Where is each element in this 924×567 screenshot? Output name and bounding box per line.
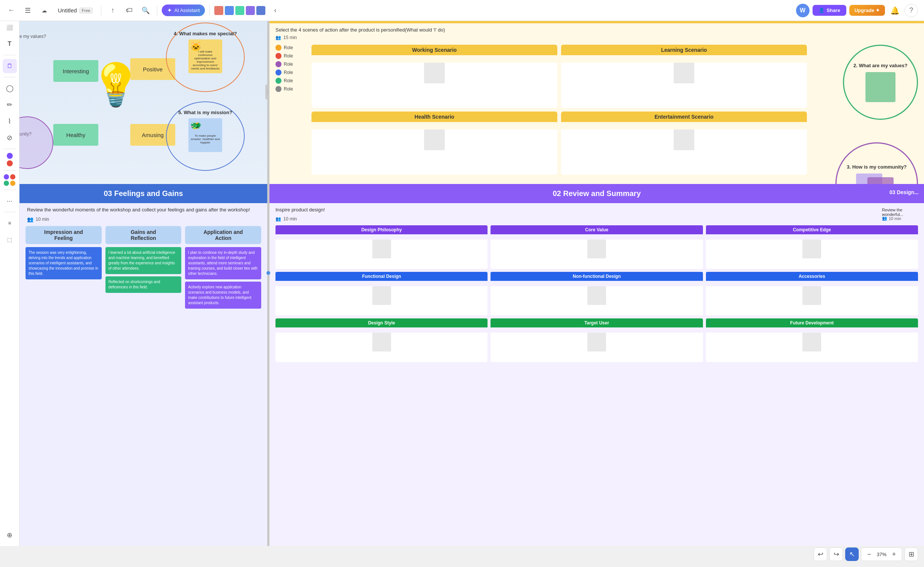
left-top-section[interactable]: e my values? unity? Interesting Positive…	[20, 0, 267, 184]
review-card-design-style[interactable]: Design Style	[275, 318, 488, 362]
tool-shapes[interactable]: ◯	[3, 81, 17, 95]
review-card-competitive-edge[interactable]: Competitive Edge	[706, 225, 918, 269]
health-scenario-body[interactable]	[312, 130, 557, 175]
learning-scenario-body[interactable]	[561, 63, 807, 108]
map-button[interactable]: ⊞	[904, 547, 918, 561]
core-value-note	[587, 240, 606, 258]
competitive-edge-body[interactable]	[706, 240, 918, 269]
accessories-body[interactable]	[706, 286, 918, 315]
main-content: ↖ ⬜ T 🗒 ◯ ✏ ⌇ ⊘ ··· ≡ ⬚ ⊕	[0, 0, 924, 546]
future-development-body[interactable]	[706, 333, 918, 362]
chevron-left-button[interactable]: ‹	[268, 4, 282, 17]
design-style-body[interactable]	[275, 333, 488, 362]
zoom-in-button[interactable]: +	[889, 549, 899, 559]
role-label-6: Role	[284, 86, 293, 92]
review-participant-icon: 👥	[275, 216, 281, 222]
export-button[interactable]: ↑	[106, 4, 119, 17]
upgrade-button[interactable]: Upgrade ✦	[849, 5, 885, 16]
color-swatch-purple[interactable]	[7, 153, 13, 159]
tag-button[interactable]: 🏷	[122, 4, 136, 17]
gains-note-2[interactable]: Reflected on shortcomings and deficienci…	[105, 276, 182, 293]
application-note-2[interactable]: Actively explore new application scenari…	[185, 282, 261, 309]
working-scenario-body[interactable]	[312, 63, 557, 108]
target-user-note	[587, 333, 606, 351]
right-top-section: Select the 4 scenes of action after the …	[269, 19, 924, 184]
color-palette-pills	[214, 6, 265, 15]
mission-sticky-note[interactable]: 🐲 To make people smarter, healthier and …	[188, 118, 222, 152]
target-user-body[interactable]	[491, 333, 703, 362]
color-pill-purple[interactable]	[246, 6, 255, 15]
tool-eraser[interactable]: ⊘	[3, 131, 17, 145]
impression-note[interactable]: The session was very enlightening, delvi…	[26, 247, 102, 279]
canvas-resize-handle[interactable]	[265, 84, 267, 100]
tool-export-frame[interactable]: ⬚	[3, 232, 17, 247]
functional-design-body[interactable]	[275, 286, 488, 315]
entertainment-scenario-body[interactable]	[561, 130, 807, 175]
tool-more[interactable]: ···	[3, 194, 17, 208]
ai-assistant-button[interactable]: ✦ AI Assistant	[162, 5, 205, 16]
tool-frame[interactable]: ⬜	[3, 20, 17, 35]
bubble-mission[interactable]: 5. What is my mission? 🐲 To make people …	[166, 101, 245, 171]
review-card-functional-design[interactable]: Functional Design	[275, 272, 488, 315]
review-card-non-functional[interactable]: Non-functional Design	[491, 272, 703, 315]
feelings-col-impression: Impression andFeeling The session was ve…	[26, 226, 102, 309]
tool-sticky[interactable]: 🗒	[3, 59, 17, 73]
gains-note-1[interactable]: I learned a lot about artificial intelli…	[105, 247, 182, 274]
competitive-edge-note	[802, 240, 821, 258]
user-avatar[interactable]: W	[796, 4, 810, 17]
learning-scenario-card[interactable]: Learning Scenario	[561, 45, 807, 108]
review-card-core-value[interactable]: Core Value	[491, 225, 703, 269]
role-dot-2	[275, 53, 281, 59]
color-pill-indigo[interactable]	[256, 6, 265, 15]
health-scenario-card[interactable]: Health Scenario	[312, 112, 557, 175]
redo-button[interactable]: ↪	[829, 547, 843, 561]
review-card-future-development[interactable]: Future Development	[706, 318, 918, 362]
working-scenario-card[interactable]: Working Scenario	[312, 45, 557, 108]
color-swatch-red[interactable]	[7, 160, 13, 166]
menu-button[interactable]: ☰	[21, 4, 35, 17]
zoom-out-button[interactable]: −	[864, 549, 874, 559]
core-value-body[interactable]	[491, 240, 703, 269]
role-label-3: Role	[284, 62, 293, 67]
add-frame-button[interactable]: ⊕	[3, 528, 17, 542]
bubble-what-makes-special[interactable]: 4. What makes me special? 🐱 I will make …	[166, 23, 245, 92]
share-button[interactable]: 👤 Share	[813, 5, 846, 16]
review-timer-row: 👥 10 min	[269, 216, 924, 225]
undo-button[interactable]: ↩	[814, 547, 827, 561]
special-sticky-note[interactable]: 🐱 I will make continuous optimization an…	[188, 39, 222, 73]
search-button[interactable]: 🔍	[139, 4, 152, 17]
health-scenario-note	[424, 130, 445, 150]
design-philosophy-body[interactable]	[275, 240, 488, 269]
color-dot-purple[interactable]	[4, 174, 9, 179]
title-area[interactable]: Untitled Free	[54, 6, 96, 15]
color-dot-red[interactable]	[10, 174, 15, 179]
non-functional-body[interactable]	[491, 286, 703, 315]
notification-button[interactable]: 🔔	[888, 4, 901, 17]
help-button[interactable]: ?	[904, 4, 918, 17]
help-icon: ?	[909, 6, 913, 14]
back-icon: ←	[8, 6, 15, 14]
color-dot-green[interactable]	[4, 181, 9, 186]
review-card-accessories[interactable]: Accessories	[706, 272, 918, 315]
more-tools-icon: ···	[7, 197, 12, 205]
color-pill-blue[interactable]	[225, 6, 234, 15]
tool-layers[interactable]: ≡	[3, 216, 17, 230]
cursor-tool-button[interactable]: ↖	[845, 547, 859, 561]
values-bubble-1[interactable]: 2. What are my values?	[843, 45, 918, 120]
application-note-1[interactable]: I plan to continue my in-depth study and…	[185, 247, 261, 279]
sticky-healthy[interactable]: Healthy	[53, 124, 98, 146]
color-pill-teal[interactable]	[235, 6, 244, 15]
learning-scenario-note	[674, 63, 694, 83]
review-card-design-philosophy[interactable]: Design Philosophy	[275, 225, 488, 269]
tool-text[interactable]: T	[3, 37, 17, 51]
back-button[interactable]: ←	[5, 4, 18, 17]
color-dot-orange[interactable]	[10, 181, 15, 186]
bubble-community[interactable]	[20, 116, 53, 169]
tool-pen[interactable]: ✏	[3, 98, 17, 112]
color-pill-red[interactable]	[214, 6, 223, 15]
review-card-target-user[interactable]: Target User	[491, 318, 703, 362]
cloud-button[interactable]: ☁	[38, 4, 51, 17]
entertainment-scenario-card[interactable]: Entertainment Scenario	[561, 112, 807, 175]
tool-connector[interactable]: ⌇	[3, 114, 17, 128]
panel-divider[interactable]	[267, 0, 269, 546]
